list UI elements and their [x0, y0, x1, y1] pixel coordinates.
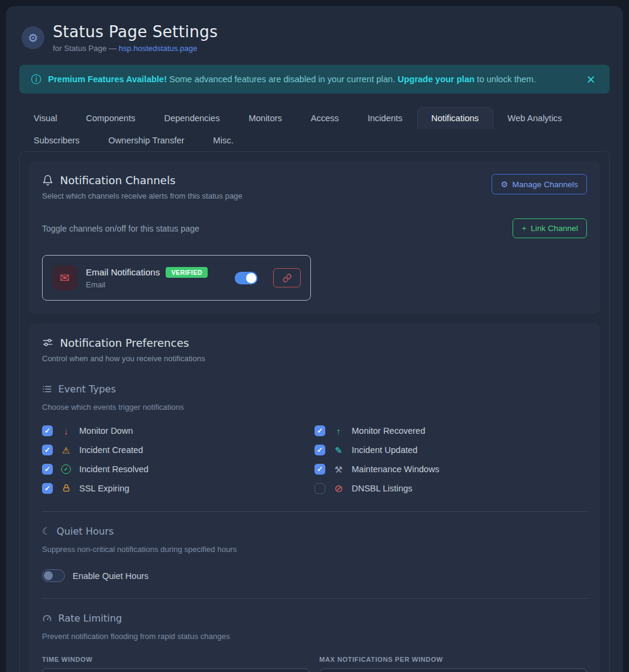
event-maintenance-windows[interactable]: ✓ ⚒ Maintenance Windows — [314, 463, 587, 476]
bell-icon — [42, 175, 53, 186]
arrow-up-icon: ↑ — [333, 427, 345, 436]
checkbox-checked[interactable]: ✓ — [42, 445, 53, 455]
tab-notifications[interactable]: Notifications — [417, 107, 493, 129]
rate-limiting-title: Rate Limiting — [42, 613, 587, 624]
gear-icon: ⚙ — [501, 179, 508, 189]
warning-icon: ⚠ — [60, 446, 72, 455]
event-ssl-expiring[interactable]: ✓ SSL Expiring — [42, 482, 314, 495]
tab-ownership-transfer[interactable]: Ownership Transfer — [94, 129, 199, 151]
channels-section-subtitle: Select which channels receive alerts fro… — [42, 191, 242, 200]
checkbox-checked[interactable]: ✓ — [42, 464, 53, 475]
max-notifications-input[interactable] — [319, 668, 587, 672]
checkbox-checked[interactable]: ✓ — [314, 445, 325, 455]
pencil-icon: ✎ — [333, 446, 345, 455]
quiet-hours-title: ☾ Quiet Hours — [42, 526, 587, 537]
page-header: ⚙ Status Page Settings for Status Page —… — [22, 23, 610, 53]
gear-icon: ⚙ — [22, 26, 44, 49]
channel-name: Email Notifications — [86, 267, 160, 277]
section-divider — [42, 598, 587, 599]
envelope-icon: ✉ — [52, 265, 77, 290]
tab-access[interactable]: Access — [296, 107, 354, 129]
preferences-section-title: Notification Preferences — [42, 337, 587, 349]
time-window-field: TIME WINDOW 15 minutes — [42, 656, 310, 672]
subtitle-text: for Status Page — — [53, 44, 119, 53]
channels-section-title: Notification Channels — [42, 174, 242, 187]
plus-icon: + — [522, 224, 526, 233]
preferences-section-subtitle: Control when and how you receive notific… — [42, 354, 587, 363]
checkbox-checked[interactable]: ✓ — [314, 425, 325, 436]
time-window-select[interactable]: 15 minutes — [42, 668, 310, 672]
tab-components[interactable]: Components — [71, 107, 149, 129]
event-monitor-recovered[interactable]: ✓ ↑ Monitor Recovered — [314, 424, 587, 437]
sliders-icon — [42, 337, 53, 349]
rate-limiting-section: Rate Limiting Prevent notification flood… — [42, 613, 587, 672]
quiet-hours-section: ☾ Quiet Hours Suppress non-critical noti… — [42, 526, 587, 582]
event-incident-resolved[interactable]: ✓ ✓ Incident Resolved — [42, 463, 314, 476]
tab-subscribers[interactable]: Subscribers — [19, 129, 94, 151]
quiet-hours-toggle[interactable] — [42, 569, 65, 582]
manage-channels-button[interactable]: ⚙ Manage Channels — [492, 174, 587, 194]
page-title: Status Page Settings — [53, 23, 218, 41]
tab-monitors[interactable]: Monitors — [234, 107, 296, 129]
email-channel-toggle[interactable] — [235, 272, 257, 284]
email-channel-card: ✉ Email Notifications VERIFIED Email — [42, 255, 311, 301]
link-icon — [283, 274, 292, 283]
settings-page: ⚙ Status Page Settings for Status Page —… — [6, 6, 623, 672]
notifications-panel: Notification Channels Select which chann… — [19, 151, 610, 672]
premium-banner: ⓘ Premium Features Available! Some advan… — [19, 65, 610, 94]
event-types-grid: ✓ ↓ Monitor Down ✓ ↑ Monitor Recovered ✓… — [42, 424, 587, 495]
checkbox-unchecked[interactable] — [314, 483, 325, 494]
event-incident-created[interactable]: ✓ ⚠ Incident Created — [42, 443, 314, 457]
event-dnsbl-listings[interactable]: ⊘ DNSBL Listings — [314, 482, 587, 495]
status-page-link[interactable]: hsp.hostedstatus.page — [119, 44, 197, 53]
event-types-subtitle: Choose which events trigger notification… — [42, 403, 587, 412]
tab-dependencies[interactable]: Dependencies — [149, 107, 234, 129]
list-icon — [42, 384, 52, 394]
check-circle-icon: ✓ — [61, 464, 71, 474]
tab-web-analytics[interactable]: Web Analytics — [493, 107, 577, 129]
tab-incidents[interactable]: Incidents — [354, 107, 417, 129]
gauge-icon — [42, 613, 52, 623]
quiet-hours-toggle-label: Enable Quiet Hours — [73, 571, 149, 581]
time-window-label: TIME WINDOW — [42, 656, 310, 663]
event-types-title: Event Types — [42, 383, 587, 395]
banner-close-button[interactable] — [584, 73, 598, 86]
tools-icon: ⚒ — [333, 465, 345, 474]
banner-bold-intro: Premium Features Available! — [48, 74, 167, 84]
page-subtitle: for Status Page — hsp.hostedstatus.page — [53, 44, 218, 53]
checkbox-checked[interactable]: ✓ — [42, 425, 53, 436]
tab-misc[interactable]: Misc. — [199, 129, 248, 151]
rate-limiting-subtitle: Prevent notification flooding from rapid… — [42, 632, 587, 641]
toggle-hint-text: Toggle channels on/off for this status p… — [42, 224, 199, 233]
checkbox-checked[interactable]: ✓ — [314, 464, 325, 475]
event-incident-updated[interactable]: ✓ ✎ Incident Updated — [314, 443, 587, 457]
close-icon — [586, 75, 595, 84]
arrow-down-icon: ↓ — [60, 427, 72, 436]
info-icon: ⓘ — [31, 74, 41, 85]
quiet-hours-subtitle: Suppress non-critical notifications duri… — [42, 545, 587, 554]
verified-badge: VERIFIED — [166, 267, 208, 278]
ban-icon: ⊘ — [333, 484, 345, 494]
notification-preferences-card: Notification Preferences Control when an… — [29, 323, 600, 672]
channel-type: Email — [86, 280, 217, 289]
event-types-section: Event Types Choose which events trigger … — [42, 383, 587, 495]
link-channel-button[interactable]: + Link Channel — [513, 218, 587, 238]
max-notifications-label: MAX NOTIFICATIONS PER WINDOW — [319, 656, 587, 663]
upgrade-plan-link[interactable]: Upgrade your plan — [397, 74, 474, 84]
event-monitor-down[interactable]: ✓ ↓ Monitor Down — [42, 424, 314, 437]
moon-icon: ☾ — [42, 527, 50, 536]
unlink-channel-button[interactable] — [273, 268, 301, 287]
max-notifications-field: MAX NOTIFICATIONS PER WINDOW — [319, 656, 587, 672]
tab-visual[interactable]: Visual — [19, 107, 71, 129]
toggle-knob — [246, 273, 256, 283]
notification-channels-card: Notification Channels Select which chann… — [29, 161, 600, 314]
banner-text: Premium Features Available! Some advance… — [48, 74, 536, 84]
section-divider — [42, 511, 587, 512]
lock-icon — [60, 484, 72, 494]
toggle-knob — [44, 571, 53, 580]
settings-tabs: Visual Components Dependencies Monitors … — [19, 107, 610, 151]
checkbox-checked[interactable]: ✓ — [42, 483, 53, 494]
